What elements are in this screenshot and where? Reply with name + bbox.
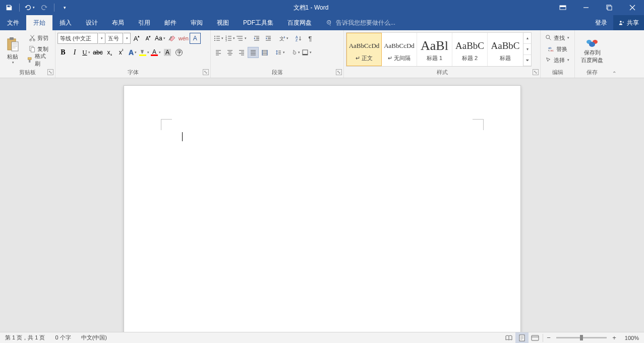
separator — [19, 4, 20, 12]
styles-expand[interactable]: ⏷ — [523, 55, 531, 66]
sort-button[interactable]: AZ — [293, 33, 304, 44]
ribbon-display-button[interactable] — [551, 0, 574, 15]
font-size-combo[interactable]: 五号 — [106, 33, 123, 44]
tab-layout[interactable]: 布局 — [105, 15, 131, 30]
grow-font-button[interactable]: A▴ — [131, 33, 142, 44]
phonetic-guide-button[interactable]: wén — [178, 33, 189, 44]
tab-mailings[interactable]: 邮件 — [157, 15, 184, 30]
align-right-button[interactable] — [236, 47, 247, 58]
maximize-button[interactable] — [598, 0, 621, 15]
customize-qat-button[interactable]: ▾ — [58, 2, 71, 14]
zoom-level[interactable]: 100% — [619, 335, 644, 341]
subscript-button[interactable]: x₂ — [104, 47, 115, 58]
tab-review[interactable]: 审阅 — [184, 15, 210, 30]
group-styles: AaBbCcDd ↵ 正文 AaBbCcDd ↵ 无间隔 AaBl 标题 1 A… — [344, 30, 541, 78]
save-to-baidu-button[interactable]: 保存到 百度网盘 — [577, 32, 607, 69]
view-web-layout[interactable] — [529, 332, 542, 344]
bold-button[interactable]: B — [57, 47, 69, 58]
show-marks-button[interactable]: ¶ — [305, 33, 316, 44]
increase-indent-button[interactable] — [263, 33, 274, 44]
svg-rect-16 — [28, 58, 31, 60]
view-read-mode[interactable] — [502, 332, 515, 344]
line-spacing-button[interactable]: ▾ — [274, 47, 285, 58]
superscript-button[interactable]: x² — [115, 47, 127, 58]
share-button[interactable]: 共享 — [613, 15, 644, 30]
undo-button[interactable]: ▾ — [24, 2, 36, 14]
page[interactable] — [124, 85, 521, 332]
clipboard-launcher[interactable]: ⤡ — [47, 69, 53, 75]
document-area[interactable] — [0, 78, 644, 332]
save-dest-label: 百度网盘 — [581, 56, 603, 64]
align-left-button[interactable] — [213, 47, 224, 58]
save-button[interactable] — [3, 2, 15, 14]
font-color-button[interactable]: A▾ — [150, 47, 161, 58]
borders-button[interactable]: ▾ — [301, 47, 312, 58]
sign-in-button[interactable]: 登录 — [589, 15, 613, 30]
tab-references[interactable]: 引用 — [131, 15, 157, 30]
format-painter-button[interactable]: 格式刷 — [24, 54, 53, 66]
status-word-count[interactable]: 0 个字 — [50, 332, 76, 343]
styles-launcher[interactable]: ⤡ — [533, 69, 539, 75]
italic-button[interactable]: I — [69, 47, 80, 58]
clear-formatting-button[interactable]: A — [166, 33, 178, 44]
highlight-button[interactable]: ▾ — [139, 47, 150, 58]
zoom-thumb[interactable] — [580, 335, 583, 340]
font-name-combo[interactable]: 等线 (中文正 — [57, 33, 98, 44]
tab-insert[interactable]: 插入 — [52, 15, 79, 30]
tab-design[interactable]: 设计 — [79, 15, 105, 30]
tab-baidu-netdisk[interactable]: 百度网盘 — [280, 15, 319, 30]
styles-scroll-down[interactable]: ▾ — [523, 44, 531, 55]
close-button[interactable] — [621, 0, 644, 15]
style-normal[interactable]: AaBbCcDd ↵ 正文 — [346, 33, 382, 66]
asian-layout-button[interactable]: 文▾ — [278, 33, 289, 44]
character-shading-button[interactable]: A — [162, 47, 173, 58]
redo-button[interactable] — [38, 2, 50, 14]
replace-button[interactable]: abac 替换 — [543, 43, 572, 54]
tab-file[interactable]: 文件 — [0, 15, 26, 30]
status-page[interactable]: 第 1 页，共 1 页 — [0, 332, 50, 343]
styles-scroll-up[interactable]: ▴ — [523, 33, 531, 44]
enclose-characters-button[interactable]: 字 — [173, 47, 185, 58]
zoom-out-button[interactable]: − — [544, 333, 553, 342]
collapse-ribbon-button[interactable]: ⌃ — [609, 30, 619, 78]
style-title[interactable]: AaBbC 标题 — [488, 33, 523, 66]
underline-button[interactable]: U▾ — [81, 47, 92, 58]
svg-rect-4 — [608, 6, 612, 10]
font-name-dropdown[interactable]: ▾ — [98, 33, 105, 44]
find-button[interactable]: 查找▾ — [543, 32, 572, 43]
change-case-button[interactable]: Aa▾ — [154, 33, 166, 44]
decrease-indent-button[interactable] — [251, 33, 262, 44]
tab-view[interactable]: 视图 — [210, 15, 236, 30]
text-effects-button[interactable]: A▾ — [127, 47, 138, 58]
strikethrough-button[interactable]: abc — [92, 47, 103, 58]
bullets-button[interactable]: ▾ — [213, 33, 224, 44]
numbering-button[interactable]: 123▾ — [224, 33, 236, 44]
cut-button[interactable]: 剪切 — [24, 32, 53, 43]
tell-me-search[interactable]: 告诉我您想要做什么... — [326, 15, 395, 30]
style-heading2[interactable]: AaBbC 标题 2 — [452, 33, 488, 66]
align-justify-button[interactable] — [248, 47, 259, 58]
tab-pdf-tools[interactable]: PDF工具集 — [236, 15, 280, 30]
select-button[interactable]: 选择▾ — [543, 54, 572, 66]
status-language[interactable]: 中文(中国) — [76, 332, 112, 343]
style-no-spacing[interactable]: AaBbCcDd ↵ 无间隔 — [382, 33, 417, 66]
character-border-button[interactable]: A — [190, 33, 201, 44]
group-label-paragraph: 段落 ⤡ — [211, 69, 343, 78]
minimize-button[interactable] — [574, 0, 598, 15]
view-print-layout[interactable] — [515, 332, 529, 344]
share-label: 共享 — [627, 19, 639, 27]
shading-button[interactable]: ▾ — [289, 47, 301, 58]
paragraph-launcher[interactable]: ⤡ — [336, 69, 342, 75]
paste-button[interactable]: 粘贴 ▾ — [2, 32, 23, 69]
tab-home[interactable]: 开始 — [26, 15, 52, 30]
font-launcher[interactable]: ⤡ — [203, 69, 209, 75]
font-size-dropdown[interactable]: ▾ — [124, 33, 131, 44]
style-heading1[interactable]: AaBl 标题 1 — [417, 33, 452, 66]
style-preview: AaBbC — [491, 37, 520, 54]
multilevel-list-button[interactable]: ▾ — [236, 33, 247, 44]
zoom-slider[interactable] — [556, 337, 607, 338]
shrink-font-button[interactable]: A▾ — [143, 33, 154, 44]
align-center-button[interactable] — [224, 47, 236, 58]
zoom-in-button[interactable]: + — [610, 333, 619, 342]
align-distributed-button[interactable] — [259, 47, 270, 58]
